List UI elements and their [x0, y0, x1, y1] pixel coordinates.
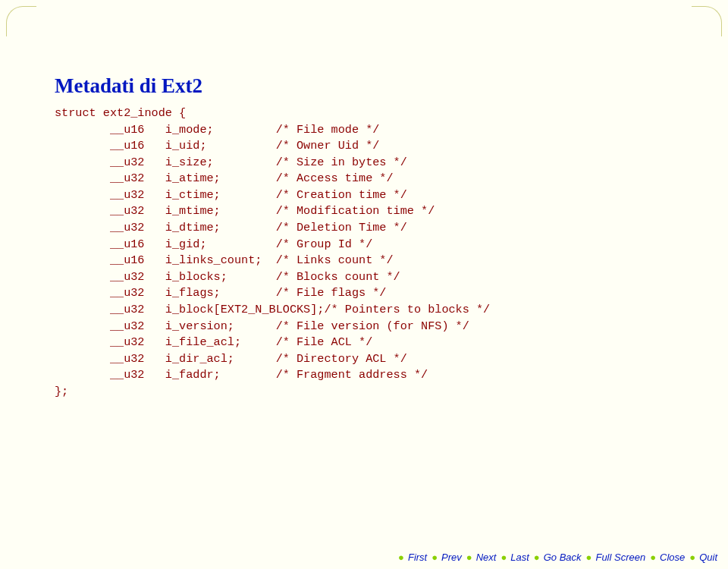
nav-bullet-icon: ● — [500, 552, 507, 563]
nav-bullet-icon: ● — [398, 552, 404, 563]
nav-last[interactable]: Last — [510, 552, 529, 563]
nav-prev[interactable]: Prev — [441, 552, 462, 563]
nav-go-back[interactable]: Go Back — [544, 552, 582, 563]
nav-next[interactable]: Next — [476, 552, 497, 563]
nav-bullet-icon: ● — [466, 552, 472, 563]
nav-first[interactable]: First — [408, 552, 427, 563]
nav-full-screen[interactable]: Full Screen — [595, 552, 645, 563]
page-title: Metadati di Ext2 — [55, 74, 673, 98]
nav-bullet-icon: ● — [689, 552, 695, 563]
nav-bullet-icon: ● — [586, 552, 592, 563]
nav-bullet-icon: ● — [431, 552, 438, 563]
nav-close[interactable]: Close — [660, 552, 685, 563]
code-block: struct ext2_inode { __u16 i_mode; /* Fil… — [55, 105, 673, 400]
nav-bar: ●First●Prev●Next●Last●Go Back●Full Scree… — [394, 552, 717, 563]
nav-bullet-icon: ● — [650, 552, 656, 563]
nav-quit[interactable]: Quit — [699, 552, 717, 563]
nav-bullet-icon: ● — [534, 552, 540, 563]
